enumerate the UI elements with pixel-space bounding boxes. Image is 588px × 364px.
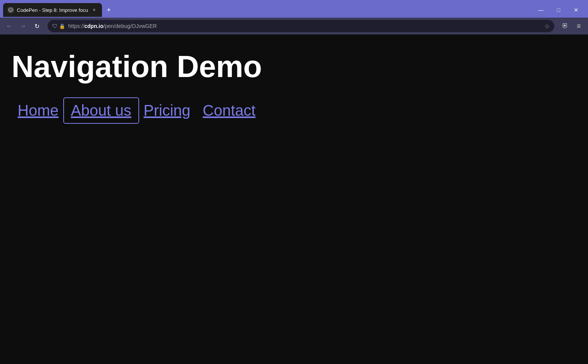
tab-title: CodePen - Step 8: Improve focu — [17, 7, 88, 13]
nav-link-about[interactable]: About us — [65, 99, 138, 122]
page-content: Navigation Demo Home About us Pricing Co… — [0, 34, 588, 364]
navigation: Home About us Pricing Contact — [11, 99, 577, 122]
address-bar-security-icons: 🛡 🔒 — [52, 23, 65, 29]
close-button[interactable]: ✕ — [567, 1, 585, 19]
url-protocol: https:// — [68, 23, 84, 29]
codepen-icon — [8, 7, 14, 13]
browser-chrome: CodePen - Step 8: Improve focu × + — □ ✕… — [0, 0, 588, 34]
menu-button[interactable]: ≡ — [573, 20, 585, 32]
lock-icon: 🔒 — [59, 23, 65, 29]
url-path: /pen/debug/OJvwGER — [103, 23, 157, 29]
url-domain: cdpn.io — [84, 23, 103, 29]
bookmark-button[interactable]: ☆ — [544, 23, 550, 30]
browser-tab[interactable]: CodePen - Step 8: Improve focu × — [3, 3, 102, 17]
shield-icon: 🛡 — [52, 23, 57, 29]
address-bar[interactable]: 🛡 🔒 https://cdpn.io/pen/debug/OJvwGER ☆ — [48, 20, 554, 32]
back-button[interactable]: ← — [3, 20, 15, 32]
window-controls: — □ ✕ — [532, 1, 585, 19]
maximize-button[interactable]: □ — [550, 1, 567, 19]
refresh-button[interactable]: ↻ — [31, 20, 43, 32]
nav-link-pricing[interactable]: Pricing — [138, 99, 197, 122]
tab-bar: CodePen - Step 8: Improve focu × + — □ ✕ — [0, 0, 588, 18]
toolbar-right-icons: ⛨ ≡ — [559, 20, 585, 32]
new-tab-button[interactable]: + — [103, 5, 114, 15]
nav-link-home[interactable]: Home — [11, 99, 65, 122]
url-display: https://cdpn.io/pen/debug/OJvwGER — [68, 23, 541, 29]
minimize-button[interactable]: — — [532, 1, 550, 19]
page-title: Navigation Demo — [11, 50, 577, 84]
pocket-button[interactable]: ⛨ — [559, 20, 571, 32]
forward-button[interactable]: → — [17, 20, 29, 32]
nav-link-contact[interactable]: Contact — [197, 99, 262, 122]
tab-close-button[interactable]: × — [91, 7, 97, 13]
browser-toolbar: ← → ↻ 🛡 🔒 https://cdpn.io/pen/debug/OJvw… — [0, 18, 588, 34]
